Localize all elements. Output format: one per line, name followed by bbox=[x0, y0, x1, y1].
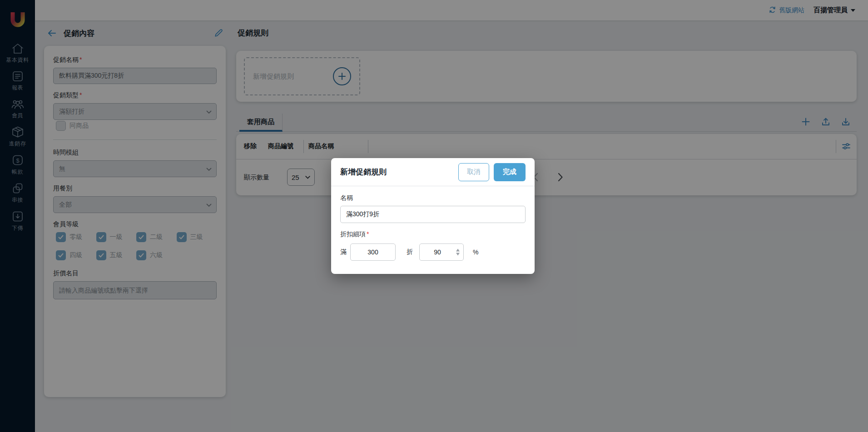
modal-body: 名稱 折扣細項* 滿 折 % bbox=[331, 186, 535, 261]
stepper-arrows-icon[interactable] bbox=[456, 249, 460, 256]
percent-suffix: % bbox=[473, 248, 478, 256]
modal-title: 新增促銷規則 bbox=[340, 167, 458, 177]
confirm-button[interactable]: 完成 bbox=[494, 163, 526, 181]
app-root: 基本資料 報表 會員 bbox=[0, 0, 868, 432]
discount-detail-label: 折扣細項* bbox=[340, 230, 526, 238]
threshold-prefix: 滿 bbox=[340, 248, 347, 256]
rule-name-label: 名稱 bbox=[340, 194, 526, 202]
discount-detail-row: 滿 折 % bbox=[340, 243, 526, 261]
discount-stepper bbox=[419, 243, 464, 261]
cancel-button[interactable]: 取消 bbox=[458, 163, 489, 181]
threshold-input[interactable] bbox=[350, 243, 396, 261]
rule-name-input[interactable] bbox=[340, 206, 526, 223]
discount-prefix: 折 bbox=[407, 248, 413, 256]
modal-header: 新增促銷規則 取消 完成 bbox=[331, 158, 535, 186]
add-rule-modal: 新增促銷規則 取消 完成 名稱 折扣細項* 滿 折 % bbox=[331, 158, 535, 274]
